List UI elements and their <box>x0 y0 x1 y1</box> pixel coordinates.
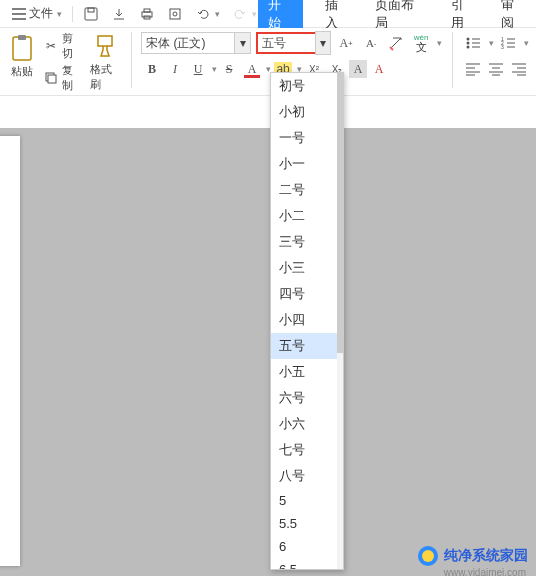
paragraph-group: ▾ 123 ▾ <box>462 32 530 91</box>
font-size-option[interactable]: 七号 <box>271 437 343 463</box>
scrollbar-thumb[interactable] <box>337 73 343 353</box>
chevron-down-icon: ▾ <box>489 38 494 48</box>
svg-rect-11 <box>98 36 112 46</box>
watermark-url: www.yidaimei.com <box>444 567 526 576</box>
svg-rect-10 <box>48 75 56 83</box>
font-size-option[interactable]: 八号 <box>271 463 343 489</box>
format-painter-label: 格式刷 <box>90 62 120 92</box>
font-size-option[interactable]: 小初 <box>271 99 343 125</box>
font-size-option[interactable]: 小三 <box>271 255 343 281</box>
redo-icon <box>232 6 248 22</box>
font-size-option[interactable]: 小五 <box>271 359 343 385</box>
watermark-logo-icon <box>418 546 438 566</box>
print-preview-button[interactable] <box>162 3 188 25</box>
file-label: 文件 <box>29 5 53 22</box>
shrink-font-button[interactable]: A- <box>360 32 382 54</box>
undo-icon <box>195 6 211 22</box>
watermark: 纯净系统家园 <box>418 546 528 566</box>
font-size-dropdown: 初号小初一号小一二号小二三号小三四号小四五号小五六号小六七号八号55.566.5… <box>270 72 344 570</box>
change-case-button[interactable]: A <box>368 58 390 80</box>
font-size-option[interactable]: 二号 <box>271 177 343 203</box>
svg-rect-7 <box>13 37 31 60</box>
scissors-icon: ✂ <box>44 38 59 54</box>
cut-button[interactable]: ✂剪切 <box>44 31 82 61</box>
chevron-down-icon: ▾ <box>524 38 529 48</box>
tab-bar: 开始 插入 页面布局 引用 审阅 <box>252 0 536 28</box>
chevron-down-icon[interactable]: ▾ <box>315 31 331 55</box>
align-left-button[interactable] <box>462 58 484 80</box>
svg-point-13 <box>467 42 470 45</box>
strikethrough-button[interactable]: S <box>218 58 240 80</box>
hamburger-icon <box>11 6 27 22</box>
chevron-down-icon: ▾ <box>215 9 220 19</box>
svg-text:3: 3 <box>501 44 504 50</box>
font-size-option[interactable]: 5.5 <box>271 512 343 535</box>
font-size-option[interactable]: 小六 <box>271 411 343 437</box>
svg-rect-5 <box>170 9 180 19</box>
svg-rect-1 <box>88 8 94 12</box>
svg-rect-8 <box>18 35 26 40</box>
page[interactable] <box>0 136 20 566</box>
font-size-option[interactable]: 5 <box>271 489 343 512</box>
font-size-option[interactable]: 小四 <box>271 307 343 333</box>
format-painter-button[interactable]: 格式刷 <box>88 32 122 91</box>
paste-button[interactable]: 粘贴 <box>6 32 38 91</box>
grow-font-button[interactable]: A+ <box>335 32 357 54</box>
font-size-option[interactable]: 小一 <box>271 151 343 177</box>
hamburger-file-button[interactable]: 文件 ▾ <box>6 2 67 25</box>
font-name-value: 宋体 (正文) <box>146 35 205 52</box>
document-area[interactable] <box>0 128 536 576</box>
clear-format-button[interactable] <box>385 32 407 54</box>
copy-button[interactable]: 复制 <box>44 63 82 93</box>
copy-icon <box>44 70 59 86</box>
svg-point-14 <box>467 46 470 49</box>
font-size-option[interactable]: 小二 <box>271 203 343 229</box>
clipboard-icon <box>8 34 36 62</box>
font-size-option[interactable]: 六号 <box>271 385 343 411</box>
separator <box>452 32 453 88</box>
bullets-button[interactable] <box>462 32 484 54</box>
ribbon: 粘贴 ✂剪切 复制 格式刷 宋体 (正文) ▾ 五号 ▾ A+ <box>0 28 536 96</box>
print-icon <box>139 6 155 22</box>
bold-button[interactable]: B <box>141 58 163 80</box>
export-button[interactable] <box>106 3 132 25</box>
dropdown-scrollbar[interactable] <box>337 73 343 569</box>
save-icon <box>83 6 99 22</box>
svg-point-6 <box>173 12 177 16</box>
font-size-option[interactable]: 6 <box>271 535 343 558</box>
separator <box>131 32 132 88</box>
watermark-text: 纯净系统家园 <box>444 547 528 565</box>
chevron-down-icon: ▾ <box>212 64 217 74</box>
underline-button[interactable]: U <box>187 58 209 80</box>
numbering-button[interactable]: 123 <box>497 32 519 54</box>
paste-label: 粘贴 <box>11 64 33 79</box>
font-size-option[interactable]: 初号 <box>271 73 343 99</box>
brush-icon <box>91 34 119 60</box>
print-button[interactable] <box>134 3 160 25</box>
font-name-combo[interactable]: 宋体 (正文) ▾ <box>141 32 251 54</box>
font-size-value: 五号 <box>262 35 286 52</box>
font-size-combo[interactable]: 五号 ▾ <box>256 32 330 54</box>
preview-icon <box>167 6 183 22</box>
align-right-button[interactable] <box>508 58 530 80</box>
separator <box>72 6 73 22</box>
export-icon <box>111 6 127 22</box>
font-color-button[interactable]: A <box>241 58 263 80</box>
phonetic-guide-button[interactable]: wén文 <box>410 32 432 54</box>
font-size-option[interactable]: 四号 <box>271 281 343 307</box>
font-size-option[interactable]: 五号 <box>271 333 343 359</box>
save-button[interactable] <box>78 3 104 25</box>
svg-point-12 <box>467 38 470 41</box>
svg-rect-3 <box>144 9 150 12</box>
align-center-button[interactable] <box>485 58 507 80</box>
undo-button[interactable]: ▾ <box>190 3 225 25</box>
clipboard-group: ✂剪切 复制 <box>44 32 82 91</box>
italic-button[interactable]: I <box>164 58 186 80</box>
chevron-down-icon[interactable]: ▾ <box>234 33 250 53</box>
font-size-option[interactable]: 一号 <box>271 125 343 151</box>
font-size-option[interactable]: 6.5 <box>271 558 343 570</box>
font-size-option[interactable]: 三号 <box>271 229 343 255</box>
chevron-down-icon: ▾ <box>57 9 62 19</box>
char-shading-button[interactable]: A <box>349 60 367 78</box>
chevron-down-icon: ▾ <box>437 38 442 48</box>
